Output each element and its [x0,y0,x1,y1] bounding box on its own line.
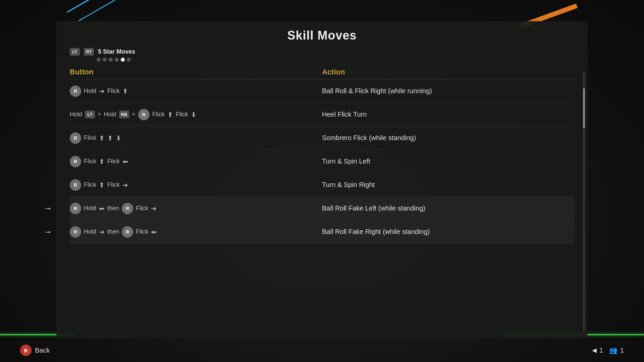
dot-6[interactable] [127,58,131,62]
lt-badge: LT [85,111,95,118]
col-headers: Button Action [70,68,574,76]
action-cell-2: Heel Flick Turn [322,107,574,122]
left-arrow-icon-3: ⬅ [151,228,157,236]
button-cell-4: R Flick ⬆ Flick ⬅ [70,153,322,171]
flick-label-9: Flick [136,205,148,212]
action-cell-5: Turn & Spin Right [322,178,574,192]
r-badge-3: R [70,132,81,144]
button-cell-3: R Flick ⬆ ⬆ ⬇ [70,129,322,147]
row-arrow-6: → [43,203,52,214]
rb-badge: RB [119,111,129,118]
right-arrow-icon: ➜ [99,87,105,95]
button-cell-5: R Flick ⬆ Flick ➜ [70,176,322,194]
flick-label-6: Flick [107,158,120,165]
r-badge-2: R [138,109,150,120]
plus-1: + [98,111,101,118]
hold-label-2: Hold [70,111,82,118]
page-title: Skill Moves [70,28,574,43]
action-header: Action [322,68,574,76]
plus-2: + [132,111,136,118]
move-row-4: R Flick ⬆ Flick ⬅ Turn & Spin Left [70,150,574,173]
up-arrow-icon-6: ⬆ [99,181,105,189]
right-arrow-icon-4: ➜ [99,228,105,236]
dot-2[interactable] [103,58,107,62]
dot-1[interactable] [97,58,101,62]
move-row-2: Hold LT + Hold RB + R Flick ⬆ Flick ⬇ He… [70,103,574,126]
flick-label-5: Flick [84,158,96,165]
move-row-5: R Flick ⬆ Flick ➜ Turn & Spin Right [70,173,574,197]
move-row-7: → R Hold ➜ then R Flick ⬅ Ball Roll Fake… [70,220,574,244]
flick-label-10: Flick [136,228,148,235]
up-arrow-icon-5: ⬆ [99,158,105,166]
player-count: 1 [620,347,624,354]
page-number: 1 [599,347,603,354]
r-badge-6: R [70,203,81,214]
page-number-item: ◀ 1 [592,347,603,354]
up-arrow-icon-3: ⬆ [99,134,105,142]
rt-button[interactable]: RT [84,48,94,56]
b-badge: B [20,345,32,356]
move-row-6: → R Hold ⬅ then R Flick ➜ Ball Roll Fake… [70,197,574,220]
dot-3[interactable] [109,58,113,62]
button-cell-2: Hold LT + Hold RB + R Flick ⬆ Flick ⬇ [70,106,322,124]
down-arrow-icon-2: ⬇ [116,134,121,142]
nav-left-arrow: ◀ [592,347,597,354]
up-arrow-icon-4: ⬆ [107,134,113,142]
dots-row [97,58,574,62]
left-arrow-icon: ⬅ [122,158,128,166]
button-cell-1: R Hold ➜ Flick ⬆ [70,82,322,100]
action-cell-4: Turn & Spin Left [322,154,574,169]
dot-4[interactable] [115,58,119,62]
page-info: ◀ 1 👥 1 [592,346,624,354]
r-badge-5: R [70,179,81,191]
dot-5[interactable] [121,58,125,62]
section-label: 5 Star Moves [98,48,135,55]
scrollbar[interactable] [583,71,585,332]
move-row-1: R Hold ➜ Flick ⬆ Ball Roll & Flick Right… [70,79,574,103]
then-label-2: then [107,228,119,235]
nav-row: LT RT 5 Star Moves [70,48,574,56]
flick-label-4: Flick [84,134,96,141]
row-arrow-7: → [43,227,52,237]
r-badge: R [70,85,81,97]
hold-label-5: Hold [84,228,96,235]
scrollbar-thumb[interactable] [583,88,585,128]
flick-label-7: Flick [84,181,96,188]
button-cell-7: → R Hold ➜ then R Flick ⬅ [70,223,322,241]
button-header: Button [70,68,322,76]
action-cell-7: Ball Roll Fake Right (while standing) [322,225,574,239]
hold-label-3: Hold [104,111,116,118]
hold-label-4: Hold [84,205,96,212]
action-cell-6: Ball Roll Fake Left (while standing) [322,201,574,216]
back-label: Back [35,347,50,354]
r-badge-4: R [70,156,81,167]
back-button[interactable]: B Back [20,345,50,356]
right-arrow-icon-2: ➜ [122,181,128,189]
flick-label-3: Flick [176,111,188,118]
player-icon: 👥 [609,346,618,354]
button-cell-6: → R Hold ⬅ then R Flick ➜ [70,199,322,218]
player-count-item: 👥 1 [609,346,624,354]
lt-button[interactable]: LT [70,48,80,56]
r-badge-8: R [70,226,81,238]
bottom-bar: B Back ◀ 1 👥 1 [20,345,624,356]
hold-label: Hold [84,87,96,95]
flick-label-2: Flick [152,111,165,118]
action-cell-3: Sombrero Flick (while standing) [322,131,574,145]
r-badge-7: R [122,203,133,214]
move-row-3: R Flick ⬆ ⬆ ⬇ Sombrero Flick (while stan… [70,126,574,150]
right-arrow-icon-3: ➜ [151,204,157,213]
left-arrow-icon-2: ⬅ [99,204,105,213]
main-panel: Skill Moves LT RT 5 Star Moves Button Ac… [56,21,588,339]
r-badge-9: R [122,226,133,238]
up-arrow-icon: ⬆ [122,87,128,95]
then-label-1: then [107,205,119,212]
action-cell-1: Ball Roll & Flick Right (while running) [322,84,574,98]
flick-label: Flick [107,87,120,95]
up-arrow-icon-2: ⬆ [167,111,173,119]
down-arrow-icon: ⬇ [191,111,197,119]
flick-label-8: Flick [107,181,120,188]
